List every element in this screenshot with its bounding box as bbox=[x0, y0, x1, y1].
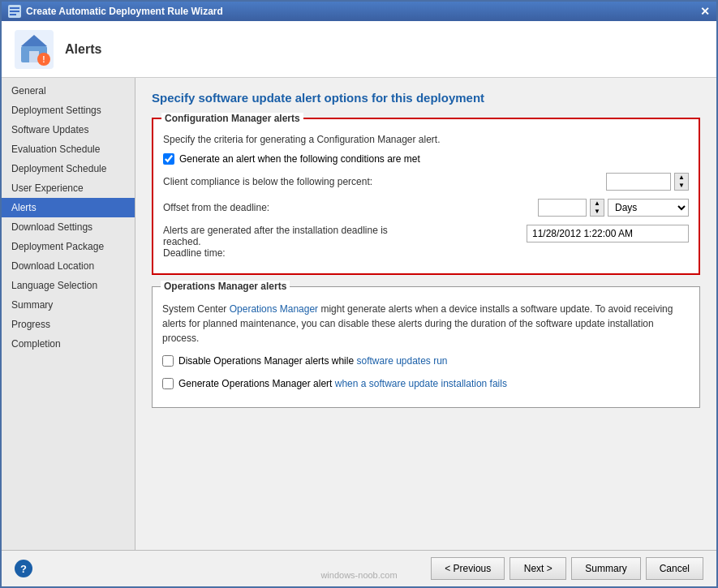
generate-ops-checkbox[interactable] bbox=[162, 378, 174, 389]
config-alerts-inner: Specify the criteria for generating a Co… bbox=[163, 134, 689, 259]
deadline-row: Alerts are generated after the installat… bbox=[163, 225, 689, 259]
svg-rect-1 bbox=[10, 7, 19, 9]
sidebar-item-deployment-schedule[interactable]: Deployment Schedule bbox=[2, 159, 135, 178]
cancel-button[interactable]: Cancel bbox=[646, 557, 703, 580]
offset-spinner-up[interactable]: ▲ bbox=[591, 200, 604, 208]
sidebar-item-download-location[interactable]: Download Location bbox=[2, 256, 135, 276]
main-content: Specify software update alert options fo… bbox=[135, 78, 716, 550]
deadline-label-line2: reached. bbox=[163, 236, 201, 247]
sidebar-item-progress[interactable]: Progress bbox=[2, 315, 135, 334]
title-bar: Create Automatic Deployment Rule Wizard … bbox=[2, 2, 716, 21]
svg-rect-7 bbox=[29, 51, 39, 62]
sidebar-item-evaluation-schedule[interactable]: Evaluation Schedule bbox=[2, 139, 135, 159]
next-button[interactable]: Next > bbox=[509, 557, 566, 580]
header-icon: ! bbox=[15, 30, 54, 69]
summary-button[interactable]: Summary bbox=[571, 557, 640, 580]
sidebar-item-language-selection[interactable]: Language Selection bbox=[2, 276, 135, 295]
deadline-label-line1: Alerts are generated after the installat… bbox=[163, 225, 388, 236]
compliance-field-row: Client compliance is below the following… bbox=[163, 173, 689, 191]
generate-alert-label: Generate an alert when the following con… bbox=[179, 153, 420, 165]
wizard-icon bbox=[8, 5, 21, 18]
ops-alerts-inner: System Center Operations Manager might g… bbox=[162, 302, 690, 389]
config-alerts-desc: Specify the criteria for generating a Co… bbox=[163, 134, 689, 145]
offset-spinner: ▲ ▼ bbox=[590, 199, 604, 217]
sidebar-item-alerts[interactable]: Alerts bbox=[2, 198, 135, 217]
offset-input-group: 7 ▲ ▼ Hours Days Weeks bbox=[538, 199, 689, 217]
ops-alerts-desc: System Center Operations Manager might g… bbox=[162, 302, 690, 346]
deadline-value: 11/28/2012 1:22:00 AM bbox=[527, 225, 689, 242]
header-section: ! Alerts bbox=[2, 21, 716, 78]
page-title: Specify software update alert options fo… bbox=[152, 91, 700, 105]
deadline-time-label: Deadline time: bbox=[163, 247, 226, 259]
wizard-window: Create Automatic Deployment Rule Wizard … bbox=[0, 0, 718, 588]
disable-ops-checkbox-row: Disable Operations Manager alerts while … bbox=[162, 355, 690, 367]
svg-rect-3 bbox=[10, 14, 16, 15]
compliance-input-group: 90 ▲ ▼ bbox=[606, 173, 689, 191]
sidebar: General Deployment Settings Software Upd… bbox=[2, 78, 135, 550]
disable-ops-checkbox[interactable] bbox=[162, 355, 174, 367]
svg-rect-2 bbox=[10, 11, 19, 12]
generate-alert-checkbox[interactable] bbox=[163, 153, 174, 165]
compliance-input[interactable]: 90 bbox=[606, 173, 671, 191]
footer: ? < Previous Next > Summary Cancel bbox=[2, 550, 716, 586]
ops-alerts-section: Operations Manager alerts System Center … bbox=[152, 286, 700, 408]
disable-ops-label: Disable Operations Manager alerts while … bbox=[178, 355, 448, 367]
sidebar-item-deployment-package[interactable]: Deployment Package bbox=[2, 237, 135, 256]
content-area: General Deployment Settings Software Upd… bbox=[2, 78, 716, 550]
sidebar-item-deployment-settings[interactable]: Deployment Settings bbox=[2, 101, 135, 120]
compliance-spinner-up[interactable]: ▲ bbox=[675, 174, 688, 182]
sidebar-item-software-updates[interactable]: Software Updates bbox=[2, 120, 135, 139]
ops-alerts-legend: Operations Manager alerts bbox=[161, 281, 290, 292]
ops-desc-text: System Center Operations Manager might g… bbox=[162, 303, 673, 344]
footer-left: ? bbox=[15, 560, 32, 577]
sidebar-item-general[interactable]: General bbox=[2, 81, 135, 101]
offset-input[interactable]: 7 bbox=[538, 199, 587, 217]
header-title: Alerts bbox=[65, 42, 101, 57]
config-alerts-section: Configuration Manager alerts Specify the… bbox=[152, 118, 700, 275]
sidebar-item-summary[interactable]: Summary bbox=[2, 295, 135, 315]
generate-ops-label: Generate Operations Manager alert when a… bbox=[178, 378, 507, 389]
compliance-spinner-down[interactable]: ▼ bbox=[675, 182, 688, 190]
offset-field-row: Offset from the deadline: 7 ▲ ▼ Hours Da… bbox=[163, 199, 689, 217]
offset-unit-select[interactable]: Hours Days Weeks bbox=[608, 199, 689, 217]
deadline-label-block: Alerts are generated after the installat… bbox=[163, 225, 527, 259]
help-button[interactable]: ? bbox=[15, 560, 32, 577]
sidebar-item-user-experience[interactable]: User Experience bbox=[2, 178, 135, 198]
offset-label: Offset from the deadline: bbox=[163, 202, 538, 213]
compliance-label: Client compliance is below the following… bbox=[163, 176, 606, 187]
sidebar-item-completion[interactable]: Completion bbox=[2, 334, 135, 354]
sidebar-item-download-settings[interactable]: Download Settings bbox=[2, 217, 135, 237]
offset-spinner-down[interactable]: ▼ bbox=[591, 208, 604, 216]
close-button[interactable]: ✕ bbox=[700, 6, 710, 17]
title-bar-left: Create Automatic Deployment Rule Wizard bbox=[8, 5, 223, 18]
generate-alert-checkbox-row: Generate an alert when the following con… bbox=[163, 153, 689, 165]
title-bar-text: Create Automatic Deployment Rule Wizard bbox=[26, 6, 223, 17]
svg-text:!: ! bbox=[42, 55, 45, 64]
generate-ops-checkbox-row: Generate Operations Manager alert when a… bbox=[162, 378, 690, 389]
previous-button[interactable]: < Previous bbox=[431, 557, 505, 580]
compliance-spinner: ▲ ▼ bbox=[674, 173, 689, 191]
footer-buttons: < Previous Next > Summary Cancel bbox=[431, 557, 703, 580]
config-alerts-legend: Configuration Manager alerts bbox=[161, 113, 303, 124]
